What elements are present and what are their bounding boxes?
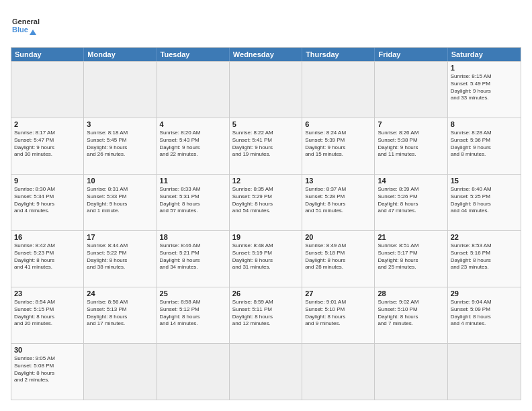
cell-day-number: 29 — [451, 289, 518, 298]
cell-day-info: Sunrise: 8:33 AM Sunset: 5:31 PM Dayligh… — [160, 186, 226, 215]
cell-day-number: 22 — [451, 233, 518, 241]
cell-day-number: 5 — [232, 120, 299, 128]
calendar-cell: 6Sunrise: 8:24 AM Sunset: 5:39 PM Daylig… — [302, 118, 375, 174]
page: General Blue SundayMondayTuesdayWednesda… — [0, 0, 532, 411]
cell-day-info: Sunrise: 8:40 AM Sunset: 5:25 PM Dayligh… — [451, 186, 518, 215]
cell-day-info: Sunrise: 9:05 AM Sunset: 5:08 PM Dayligh… — [14, 355, 81, 384]
calendar-cell — [230, 344, 302, 400]
calendar-cell — [157, 62, 230, 118]
calendar-cell: 26Sunrise: 8:59 AM Sunset: 5:11 PM Dayli… — [230, 287, 302, 343]
cell-day-number: 4 — [160, 120, 226, 128]
cell-day-info: Sunrise: 9:02 AM Sunset: 5:10 PM Dayligh… — [378, 299, 444, 328]
calendar-cell — [448, 344, 521, 400]
calendar-cell: 11Sunrise: 8:33 AM Sunset: 5:31 PM Dayli… — [157, 175, 230, 230]
cell-day-info: Sunrise: 8:30 AM Sunset: 5:34 PM Dayligh… — [14, 186, 81, 215]
calendar-cell — [302, 344, 375, 400]
header: General Blue — [11, 11, 521, 40]
cell-day-number: 1 — [451, 64, 518, 72]
calendar-cell — [84, 344, 157, 400]
cell-day-info: Sunrise: 8:49 AM Sunset: 5:18 PM Dayligh… — [305, 242, 371, 271]
calendar-cell — [11, 62, 84, 118]
weeks: 1Sunrise: 8:15 AM Sunset: 5:49 PM Daylig… — [11, 61, 521, 400]
calendar-cell — [375, 62, 447, 118]
calendar-cell: 7Sunrise: 8:26 AM Sunset: 5:38 PM Daylig… — [375, 118, 447, 174]
calendar-cell — [157, 344, 230, 400]
cell-day-number: 14 — [378, 177, 444, 185]
logo-area: General Blue — [11, 11, 40, 40]
calendar-cell: 29Sunrise: 9:04 AM Sunset: 5:09 PM Dayli… — [448, 287, 521, 343]
cell-day-info: Sunrise: 8:48 AM Sunset: 5:19 PM Dayligh… — [232, 242, 299, 271]
week-row-0: 1Sunrise: 8:15 AM Sunset: 5:49 PM Daylig… — [11, 61, 521, 118]
cell-day-info: Sunrise: 8:20 AM Sunset: 5:43 PM Dayligh… — [160, 130, 226, 158]
cell-day-number: 3 — [87, 120, 153, 128]
svg-marker-2 — [30, 30, 36, 35]
calendar-cell: 3Sunrise: 8:18 AM Sunset: 5:45 PM Daylig… — [84, 118, 157, 174]
calendar-cell: 1Sunrise: 8:15 AM Sunset: 5:49 PM Daylig… — [448, 62, 521, 118]
cell-day-number: 20 — [305, 233, 371, 241]
cell-day-number: 19 — [232, 233, 299, 241]
calendar-cell: 14Sunrise: 8:39 AM Sunset: 5:26 PM Dayli… — [375, 175, 447, 230]
week-row-4: 23Sunrise: 8:54 AM Sunset: 5:15 PM Dayli… — [11, 287, 521, 343]
cell-day-info: Sunrise: 8:37 AM Sunset: 5:28 PM Dayligh… — [305, 186, 371, 215]
calendar-cell: 9Sunrise: 8:30 AM Sunset: 5:34 PM Daylig… — [11, 175, 84, 230]
cell-day-info: Sunrise: 8:46 AM Sunset: 5:21 PM Dayligh… — [160, 242, 226, 271]
cell-day-number: 11 — [160, 177, 226, 185]
calendar-cell: 5Sunrise: 8:22 AM Sunset: 5:41 PM Daylig… — [230, 118, 302, 174]
calendar-cell: 30Sunrise: 9:05 AM Sunset: 5:08 PM Dayli… — [11, 344, 84, 400]
calendar-cell — [84, 62, 157, 118]
cell-day-number: 10 — [87, 177, 153, 185]
calendar-cell: 24Sunrise: 8:56 AM Sunset: 5:13 PM Dayli… — [84, 287, 157, 343]
cell-day-info: Sunrise: 8:56 AM Sunset: 5:13 PM Dayligh… — [87, 299, 153, 328]
calendar-cell: 13Sunrise: 8:37 AM Sunset: 5:28 PM Dayli… — [302, 175, 375, 230]
cell-day-info: Sunrise: 8:31 AM Sunset: 5:33 PM Dayligh… — [87, 186, 153, 215]
cell-day-number: 30 — [14, 346, 81, 354]
calendar-cell: 23Sunrise: 8:54 AM Sunset: 5:15 PM Dayli… — [11, 287, 84, 343]
cell-day-info: Sunrise: 8:35 AM Sunset: 5:29 PM Dayligh… — [232, 186, 299, 215]
day-header-saturday: Saturday — [448, 48, 521, 61]
day-header-tuesday: Tuesday — [157, 48, 230, 61]
calendar-cell: 4Sunrise: 8:20 AM Sunset: 5:43 PM Daylig… — [157, 118, 230, 174]
calendar-cell: 12Sunrise: 8:35 AM Sunset: 5:29 PM Dayli… — [230, 175, 302, 230]
calendar-cell — [375, 344, 447, 400]
cell-day-number: 23 — [14, 289, 81, 298]
cell-day-number: 24 — [87, 289, 153, 298]
cell-day-info: Sunrise: 8:26 AM Sunset: 5:38 PM Dayligh… — [378, 130, 444, 158]
cell-day-info: Sunrise: 8:54 AM Sunset: 5:15 PM Dayligh… — [14, 299, 81, 328]
svg-text:Blue: Blue — [12, 26, 28, 34]
calendar-cell: 20Sunrise: 8:49 AM Sunset: 5:18 PM Dayli… — [302, 231, 375, 287]
cell-day-info: Sunrise: 8:24 AM Sunset: 5:39 PM Dayligh… — [305, 130, 371, 158]
cell-day-info: Sunrise: 8:44 AM Sunset: 5:22 PM Dayligh… — [87, 242, 153, 271]
week-row-1: 2Sunrise: 8:17 AM Sunset: 5:47 PM Daylig… — [11, 118, 521, 174]
day-header-friday: Friday — [375, 48, 447, 61]
cell-day-number: 18 — [160, 233, 226, 241]
cell-day-number: 12 — [232, 177, 299, 185]
calendar-cell: 17Sunrise: 8:44 AM Sunset: 5:22 PM Dayli… — [84, 231, 157, 287]
cell-day-number: 13 — [305, 177, 371, 185]
cell-day-number: 2 — [14, 120, 81, 128]
cell-day-number: 15 — [451, 177, 518, 185]
week-row-2: 9Sunrise: 8:30 AM Sunset: 5:34 PM Daylig… — [11, 174, 521, 230]
cell-day-info: Sunrise: 9:04 AM Sunset: 5:09 PM Dayligh… — [451, 299, 518, 328]
cell-day-number: 21 — [378, 233, 444, 241]
calendar-cell: 10Sunrise: 8:31 AM Sunset: 5:33 PM Dayli… — [84, 175, 157, 230]
calendar: SundayMondayTuesdayWednesdayThursdayFrid… — [11, 47, 521, 400]
cell-day-info: Sunrise: 8:58 AM Sunset: 5:12 PM Dayligh… — [160, 299, 226, 328]
cell-day-number: 16 — [14, 233, 81, 241]
day-header-wednesday: Wednesday — [230, 48, 302, 61]
calendar-cell: 21Sunrise: 8:51 AM Sunset: 5:17 PM Dayli… — [375, 231, 447, 287]
cell-day-info: Sunrise: 8:17 AM Sunset: 5:47 PM Dayligh… — [14, 130, 81, 158]
cell-day-info: Sunrise: 8:59 AM Sunset: 5:11 PM Dayligh… — [232, 299, 299, 328]
cell-day-info: Sunrise: 8:39 AM Sunset: 5:26 PM Dayligh… — [378, 186, 444, 215]
cell-day-info: Sunrise: 8:42 AM Sunset: 5:23 PM Dayligh… — [14, 242, 81, 271]
calendar-cell: 22Sunrise: 8:53 AM Sunset: 5:16 PM Dayli… — [448, 231, 521, 287]
cell-day-info: Sunrise: 8:18 AM Sunset: 5:45 PM Dayligh… — [87, 130, 153, 158]
calendar-cell — [230, 62, 302, 118]
calendar-cell: 2Sunrise: 8:17 AM Sunset: 5:47 PM Daylig… — [11, 118, 84, 174]
cell-day-number: 25 — [160, 289, 226, 298]
calendar-cell: 25Sunrise: 8:58 AM Sunset: 5:12 PM Dayli… — [157, 287, 230, 343]
calendar-cell: 8Sunrise: 8:28 AM Sunset: 5:36 PM Daylig… — [448, 118, 521, 174]
cell-day-number: 27 — [305, 289, 371, 298]
day-header-sunday: Sunday — [11, 48, 84, 61]
cell-day-number: 6 — [305, 120, 371, 128]
cell-day-info: Sunrise: 8:15 AM Sunset: 5:49 PM Dayligh… — [451, 73, 518, 102]
